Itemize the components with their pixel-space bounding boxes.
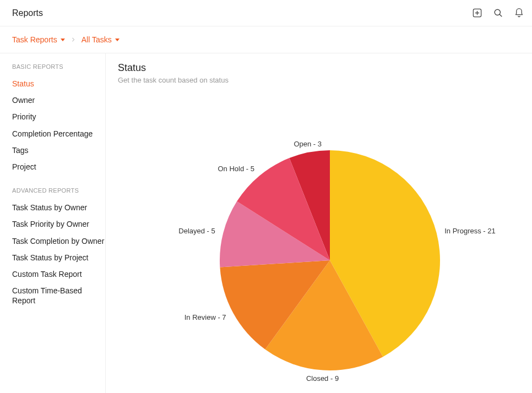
sidebar-item-tags[interactable]: Tags — [12, 142, 105, 159]
chevron-right-icon — [70, 35, 76, 44]
content-title: Status — [118, 62, 532, 74]
pie-label-closed: Closed - 9 — [306, 374, 339, 383]
svg-line-4 — [500, 14, 502, 17]
pie-label-in-review: In Review - 7 — [184, 313, 226, 321]
sidebar-item-custom-task-report[interactable]: Custom Task Report — [12, 266, 105, 282]
breadcrumb-task-reports[interactable]: Task Reports — [12, 35, 65, 44]
page-body: BASIC REPORTS StatusOwnerPriorityComplet… — [0, 53, 532, 393]
sidebar-item-task-status-by-project[interactable]: Task Status by Project — [12, 249, 105, 266]
sidebar-item-project[interactable]: Project — [12, 159, 105, 175]
search-icon[interactable] — [492, 8, 503, 19]
breadcrumb: Task Reports All Tasks — [0, 26, 532, 53]
topbar: Reports — [0, 0, 532, 26]
status-pie-chart: Open - 3In Progress - 21Closed - 9In Rev… — [118, 84, 531, 392]
sidebar-item-priority[interactable]: Priority — [12, 108, 105, 125]
topbar-actions — [471, 8, 524, 19]
breadcrumb-label: Task Reports — [12, 35, 57, 44]
breadcrumb-label: All Tasks — [82, 35, 112, 44]
sidebar-item-task-status-by-owner[interactable]: Task Status by Owner — [12, 199, 105, 216]
main-content: Status Get the task count based on statu… — [106, 53, 532, 393]
pie-label-open: Open - 3 — [294, 140, 322, 148]
pie-label-on-hold: On Hold - 5 — [218, 165, 254, 173]
sidebar-header-basic: BASIC REPORTS — [12, 63, 105, 70]
caret-down-icon — [61, 39, 65, 41]
sidebar-item-owner[interactable]: Owner — [12, 92, 105, 108]
sidebar-item-task-completion-by-owner[interactable]: Task Completion by Owner — [12, 233, 105, 249]
sidebar-item-status[interactable]: Status — [12, 75, 105, 92]
sidebar-section-basic: BASIC REPORTS StatusOwnerPriorityComplet… — [12, 63, 105, 175]
caret-down-icon — [115, 39, 120, 41]
sidebar-item-custom-time-based-report[interactable]: Custom Time-Based Report — [12, 282, 105, 309]
bell-icon[interactable] — [513, 8, 524, 19]
sidebar-section-advanced: ADVANCED REPORTS Task Status by OwnerTas… — [12, 187, 105, 309]
sidebar-header-advanced: ADVANCED REPORTS — [12, 187, 105, 194]
page-title: Reports — [12, 8, 43, 18]
pie-label-delayed: Delayed - 5 — [178, 227, 215, 235]
content-subtitle: Get the task count based on status — [118, 76, 532, 84]
breadcrumb-all-tasks[interactable]: All Tasks — [82, 35, 120, 44]
add-icon[interactable] — [471, 8, 482, 19]
sidebar-item-task-priority-by-owner[interactable]: Task Priority by Owner — [12, 216, 105, 232]
sidebar-item-completion-percentage[interactable]: Completion Percentage — [12, 125, 105, 142]
sidebar: BASIC REPORTS StatusOwnerPriorityComplet… — [0, 53, 106, 393]
pie-label-in-progress: In Progress - 21 — [444, 227, 496, 235]
